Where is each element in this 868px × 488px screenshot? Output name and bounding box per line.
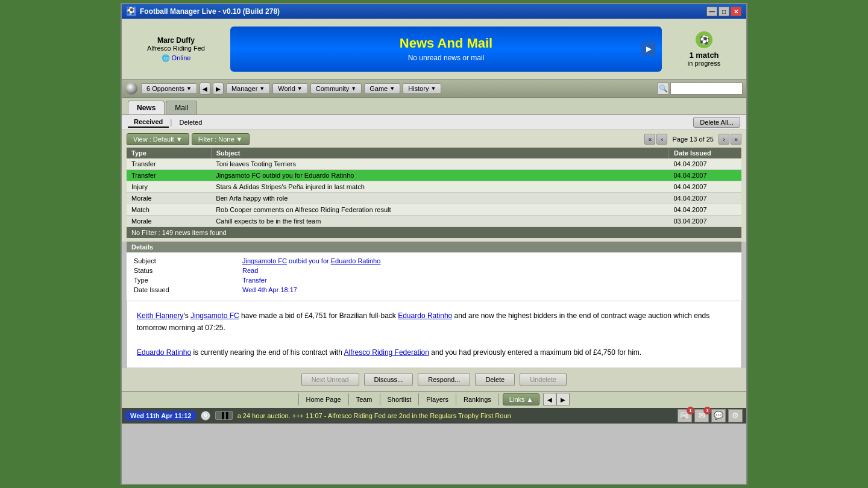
news-icon-badge: 📰 1 — [678, 409, 692, 422]
game-label: Game — [370, 85, 388, 92]
settings-status-icon[interactable]: ⚙ — [728, 409, 743, 422]
match-label: in progress — [668, 60, 740, 67]
mail-icon-badge: ✉ 3 — [694, 409, 709, 422]
page-prev-button[interactable]: ‹ — [656, 134, 667, 145]
subject-link1[interactable]: Jingsamoto FC — [242, 257, 287, 264]
table-row[interactable]: Match Rob Cooper comments on Alfresco Ri… — [127, 204, 741, 216]
msg-link-eduardo[interactable]: Eduardo Ratinho — [398, 311, 452, 320]
view-dropdown-icon: ▼ — [176, 136, 183, 143]
status-icons: 📰 1 ✉ 3 💬 ⚙ — [678, 409, 743, 422]
online-label: Online — [172, 54, 191, 61]
window-title: Football Manager Live - v0.10 (Build 278… — [140, 7, 706, 16]
manager-button[interactable]: Manager ▼ — [226, 83, 270, 94]
opponents-button[interactable]: 6 Opponents ▼ — [141, 83, 197, 94]
user-team: Alfresco Riding Fed — [128, 45, 224, 52]
header: Marc Duffy Alfresco Riding Fed 🌐 Online … — [122, 19, 746, 79]
next-unread-button[interactable]: Next Unread — [301, 373, 359, 386]
globe-icon: 🌐 — [162, 54, 170, 62]
bottom-nav-back[interactable]: ◀ — [543, 393, 556, 406]
bottom-nav-team[interactable]: Team — [349, 393, 380, 405]
subject-label: Subject — [134, 257, 242, 264]
tab-bar: News Mail — [122, 98, 746, 115]
cell-subject: Rob Cooper comments on Alfresco Riding F… — [211, 204, 668, 216]
content-area: View : Default ▼ Filter : None ▼ « ‹ Pag… — [122, 130, 746, 242]
page-first-button[interactable]: « — [644, 134, 655, 145]
msg-link-alfresco[interactable]: Alfresco Riding Federation — [344, 348, 429, 357]
bottom-nav-homepage[interactable]: Home Page — [298, 393, 349, 405]
maximize-button[interactable]: □ — [719, 7, 729, 16]
nav-back-button[interactable]: ◀ — [200, 83, 210, 95]
table-row[interactable]: Morale Ben Arfa happy with role 04.04.20… — [127, 193, 741, 204]
links-button[interactable]: Links ▲ — [503, 393, 540, 405]
history-button[interactable]: History ▼ — [403, 83, 441, 94]
subtab-deleted[interactable]: Deleted — [173, 117, 208, 127]
bottom-nav: Home Page Team Shortlist Players Ranking… — [122, 391, 746, 408]
discuss-button[interactable]: Discuss... — [364, 373, 414, 386]
ticker-text: a 24 hour auction. +++ 11:07 - Alfresco … — [237, 412, 673, 419]
msg-link-eduardo2[interactable]: Eduardo Ratinho — [137, 348, 191, 357]
view-button[interactable]: View : Default ▼ — [127, 133, 189, 145]
world-button[interactable]: World ▼ — [272, 83, 307, 94]
pagination: « ‹ Page 13 of 25 › » — [644, 134, 741, 145]
bottom-nav-rankings[interactable]: Rankings — [456, 393, 499, 405]
history-label: History — [408, 85, 429, 92]
banner-title: News And Mail — [400, 36, 492, 51]
bottom-nav-forward[interactable]: ▶ — [556, 393, 570, 406]
details-panel: Details Subject Jingsamoto FC outbid you… — [127, 242, 741, 301]
search-bar: 🔍 — [657, 83, 743, 95]
detail-status-row: Status Read — [134, 267, 734, 274]
cell-type: Morale — [127, 216, 211, 227]
user-panel: Marc Duffy Alfresco Riding Fed 🌐 Online — [128, 36, 224, 62]
table-row[interactable]: Transfer Jingsamoto FC outbid you for Ed… — [127, 170, 741, 181]
page-last-button[interactable]: » — [731, 134, 741, 145]
tab-mail[interactable]: Mail — [166, 101, 197, 114]
navbar: 6 Opponents ▼ ◀ ▶ Manager ▼ World ▼ Comm… — [122, 79, 746, 98]
game-dropdown-icon: ▼ — [389, 86, 395, 92]
subject-link2[interactable]: Eduardo Ratinho — [331, 257, 381, 264]
search-input[interactable] — [670, 83, 743, 95]
delete-button[interactable]: Delete — [475, 373, 515, 386]
detail-type-row: Type Transfer — [134, 277, 734, 284]
cell-type: Transfer — [127, 158, 211, 170]
titlebar: ⚽ Football Manager Live - v0.10 (Build 2… — [122, 4, 746, 19]
chat-status-icon[interactable]: 💬 — [711, 409, 726, 422]
respond-button[interactable]: Respond... — [418, 373, 470, 386]
type-value: Transfer — [242, 277, 267, 284]
subtab-received[interactable]: Received — [128, 117, 169, 128]
play-button[interactable]: ▶ — [641, 42, 656, 56]
app-icon: ⚽ — [127, 7, 136, 16]
minimize-button[interactable]: — — [706, 7, 717, 16]
cell-type: Morale — [127, 193, 211, 204]
bottom-nav-shortlist[interactable]: Shortlist — [380, 393, 420, 405]
bottom-nav-players[interactable]: Players — [419, 393, 456, 405]
undelete-button[interactable]: Undelete — [520, 373, 567, 386]
close-button[interactable]: ✕ — [731, 7, 741, 16]
search-icon[interactable]: 🔍 — [657, 83, 669, 95]
news-banner: News And Mail No unread news or mail ▶ — [230, 27, 662, 72]
details-content: Subject Jingsamoto FC outbid you for Edu… — [127, 252, 741, 301]
status-bar: Wed 11th Apr 11:12 🕐 ▐▐ a 24 hour auctio… — [122, 408, 746, 424]
status-label: Status — [134, 267, 242, 274]
table-row[interactable]: Injury Stars & Adidas Stripes's Peña inj… — [127, 181, 741, 193]
msg-link-jingsamoto[interactable]: Jingsamoto FC — [190, 311, 239, 320]
details-header: Details — [127, 242, 741, 252]
nav-forward-button[interactable]: ▶ — [213, 83, 224, 95]
page-next-button[interactable]: › — [719, 134, 729, 145]
pause-button[interactable]: ▐▐ — [215, 411, 232, 420]
manager-label: Manager — [231, 85, 257, 92]
table-row[interactable]: Morale Cahill expects to be in the first… — [127, 216, 741, 227]
cell-subject: Ben Arfa happy with role — [211, 193, 668, 204]
cell-subject: Cahill expects to be in the first team — [211, 216, 668, 227]
opponents-label: 6 Opponents — [146, 85, 184, 92]
cell-subject: Stars & Adidas Stripes's Peña injured in… — [211, 181, 668, 193]
filter-button[interactable]: Filter : None ▼ — [192, 133, 250, 145]
delete-all-button[interactable]: Delete All... — [693, 117, 740, 128]
msg-link-keith[interactable]: Keith Flannery — [137, 311, 183, 320]
game-button[interactable]: Game ▼ — [364, 83, 400, 94]
table-row[interactable]: Transfer Toni leaves Tooting Terriers 04… — [127, 158, 741, 170]
cell-date: 04.04.2007 — [669, 204, 741, 216]
community-button[interactable]: Community ▼ — [310, 83, 362, 94]
tab-news[interactable]: News — [128, 101, 165, 114]
cell-date: 03.04.2007 — [669, 216, 741, 227]
datetime-badge: Wed 11th Apr 11:12 — [125, 411, 196, 421]
